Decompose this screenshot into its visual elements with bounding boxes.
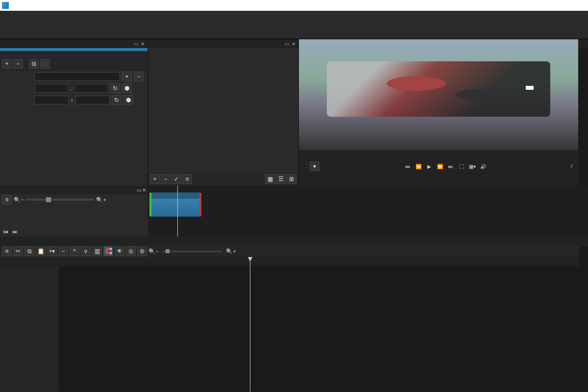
rewind-button[interactable]: ⏪	[415, 162, 422, 170]
preview-plate	[526, 86, 534, 90]
tl-copy-button[interactable]: ⧉	[24, 246, 34, 256]
volume-button[interactable]: 🔊	[479, 162, 487, 170]
main-toolbar	[0, 22, 588, 39]
kf-prev-button[interactable]: ⏮	[3, 229, 8, 235]
timeline-panel: ≡ ✂ ⧉ 📋 +▾ − ^ v ▥ 🧲 👁 ◎ ⊚ 🔍− 🔍+	[0, 236, 588, 392]
preview-time-ruler[interactable]	[299, 150, 578, 160]
close-icon[interactable]: ✕	[291, 41, 296, 47]
timeline-playhead[interactable]	[250, 257, 250, 392]
close-icon[interactable]: ✕	[142, 187, 146, 193]
restore-icon[interactable]: ▭	[133, 41, 139, 47]
video-meter-panel	[579, 246, 588, 392]
filters-button-row: + − ⧉ ☐	[0, 57, 147, 71]
preset-remove-button[interactable]: −	[134, 72, 144, 81]
tl-scrub-button[interactable]: 👁	[115, 246, 124, 256]
close-icon[interactable]: ✕	[140, 41, 146, 47]
tl-overwrite-button[interactable]: v	[81, 246, 91, 256]
tl-remove-button[interactable]: −	[58, 246, 68, 256]
zoom-in-icon[interactable]: 🔍+	[96, 197, 106, 203]
zoom-out-icon[interactable]: 🔍−	[148, 248, 158, 255]
playlist-view-list-button[interactable]: ☰	[276, 174, 286, 184]
preview-panel: ▾ ⏮ ⏪ ▶ ⏩ ⏭ ⛶ ▦▾ 🔊 /	[299, 39, 578, 185]
zoom-out-icon[interactable]: 🔍−	[14, 197, 24, 203]
position-x-input[interactable]	[34, 84, 69, 93]
kf-zoom-slider[interactable]	[25, 199, 94, 201]
keyframes-timeline[interactable]	[148, 185, 588, 236]
position-y-input[interactable]	[74, 84, 108, 93]
tl-cut-button[interactable]: ✂	[13, 246, 23, 256]
kf-menu-button[interactable]: ≡	[2, 195, 12, 205]
tl-zoom-slider[interactable]	[163, 251, 221, 252]
playlist-panel: ▭✕ + − ✓ ≡ ▦ ☰ ⊞	[148, 39, 299, 185]
playlist-check-button[interactable]: ✓	[172, 174, 181, 184]
copy-filter-button[interactable]: ⧉	[29, 59, 39, 69]
tl-ripple-button[interactable]: ◎	[126, 246, 136, 256]
tl-split-button[interactable]: ▥	[92, 246, 102, 256]
playlist-remove-button[interactable]: −	[161, 174, 171, 184]
position-keyframe-button[interactable]: ⬢	[122, 83, 132, 93]
skip-next-button[interactable]: ⏭	[447, 162, 455, 170]
filters-panel: ▭✕ + − ⧉ ☐ + − , ↻ ⬢	[0, 39, 148, 185]
preview-controls: ▾ ⏮ ⏪ ▶ ⏩ ⏭ ⛶ ▦▾ 🔊 /	[299, 160, 578, 173]
filters-panel-header: ▭✕	[0, 39, 147, 48]
kf-track-name	[0, 223, 148, 227]
forward-button[interactable]: ⏩	[436, 162, 444, 170]
kf-playhead[interactable]	[177, 185, 178, 236]
tl-menu-button[interactable]: ≡	[2, 246, 12, 256]
timeline-ruler[interactable]	[59, 257, 588, 266]
menu-bar	[0, 11, 588, 22]
restore-icon[interactable]: ▭	[284, 41, 290, 47]
tl-paste-button[interactable]: 📋	[36, 246, 46, 256]
tl-lift-button[interactable]: ^	[70, 246, 79, 256]
position-reset-button[interactable]: ↻	[110, 83, 120, 93]
preview-viewport[interactable]	[299, 39, 578, 150]
playlist-add-button[interactable]: +	[150, 174, 160, 184]
audio-meter-panel	[578, 39, 588, 185]
play-button[interactable]: ▶	[425, 162, 433, 170]
zoom-fit-button[interactable]: ⛶	[458, 162, 466, 170]
restore-icon[interactable]: ▭	[137, 187, 141, 193]
tl-append-button[interactable]: +▾	[47, 246, 57, 256]
remove-filter-button[interactable]: −	[13, 59, 23, 69]
filters-audio-header	[0, 53, 147, 55]
keyframe-clip[interactable]	[151, 192, 200, 217]
kf-next-button[interactable]: ⏭	[12, 229, 18, 235]
paste-filter-button[interactable]: ☐	[40, 59, 50, 69]
timeline-master-label	[0, 257, 59, 266]
playlist-menu-button[interactable]: ≡	[182, 174, 192, 184]
preset-combo[interactable]	[34, 72, 120, 81]
size-w-input[interactable]	[34, 96, 69, 105]
skip-prev-button[interactable]: ⏮	[404, 162, 412, 170]
current-timecode[interactable]	[302, 165, 307, 168]
playlist-view-icons-button[interactable]: ⊞	[287, 174, 296, 184]
zoom-in-icon[interactable]: 🔍+	[226, 248, 236, 255]
timeline-toolbar: ≡ ✂ ⧉ 📋 +▾ − ^ v ▥ 🧲 👁 ◎ ⊚ 🔍− 🔍+	[0, 245, 588, 257]
tl-ripple-all-button[interactable]: ⊚	[137, 246, 147, 256]
tl-snap-button[interactable]: 🧲	[103, 246, 113, 256]
playlist-panel-header: ▭✕	[148, 39, 298, 48]
window-titlebar	[0, 0, 588, 11]
size-reset-button[interactable]: ↻	[112, 95, 122, 105]
size-h-input[interactable]	[75, 96, 110, 105]
playlist-toolbar: + − ✓ ≡ ▦ ☰ ⊞	[148, 173, 298, 185]
keyframes-panel: ▭✕ ≡ 🔍− 🔍+ ⏮ ⏭	[0, 185, 588, 236]
add-filter-button[interactable]: +	[2, 59, 12, 69]
size-keyframe-button[interactable]: ⬢	[123, 95, 133, 105]
grid-button[interactable]: ▦▾	[468, 162, 476, 170]
app-logo-icon	[2, 2, 9, 9]
playlist-view-grid-button[interactable]: ▦	[265, 174, 275, 184]
tc-dropdown-button[interactable]: ▾	[310, 161, 319, 171]
preset-add-button[interactable]: +	[122, 72, 132, 81]
